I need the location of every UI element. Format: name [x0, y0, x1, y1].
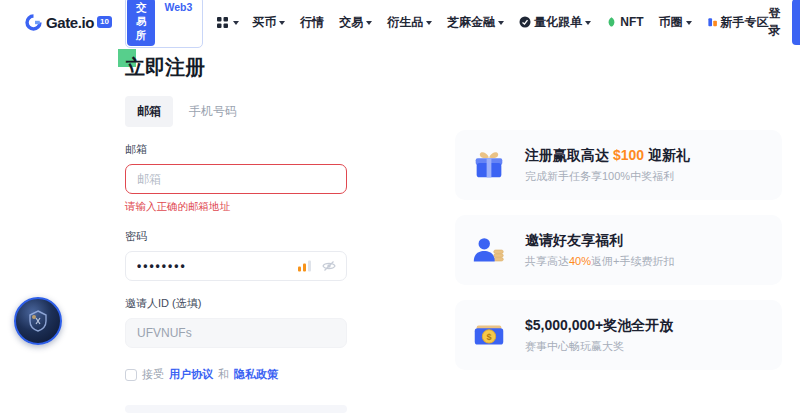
- promo-title: 注册赢取高达 $100 迎新礼: [525, 147, 690, 165]
- caret-down-icon: [585, 21, 591, 28]
- register-page-body: 立即注册 邮箱 手机号码 邮箱 请输入正确的邮箱地址 密码 邀请人ID (选填): [0, 44, 800, 413]
- user-agreement-link[interactable]: 用户协议: [169, 367, 213, 382]
- nav-item-beginner-zone[interactable]: 新手专区: [707, 14, 769, 31]
- and-text: 和: [218, 367, 229, 382]
- gate-logo[interactable]: Gate.io 10: [24, 13, 112, 32]
- promo-title: $5,000,000+奖池全开放: [525, 317, 673, 335]
- caret-down-icon: [366, 21, 372, 28]
- agree-checkbox[interactable]: [125, 369, 137, 381]
- email-label: 邮箱: [125, 142, 347, 157]
- caret-down-icon: [279, 21, 285, 28]
- promo-subtitle: 共享高达40%返佣+手续费折扣: [525, 254, 674, 269]
- tab-phone[interactable]: 手机号码: [189, 103, 237, 120]
- nav-item-nft[interactable]: NFT: [606, 15, 643, 29]
- grid-icon: [216, 16, 229, 29]
- email-error-message: 请输入正确的邮箱地址: [125, 200, 347, 214]
- password-visibility-eye-icon[interactable]: [322, 260, 336, 272]
- promo-card-welcome-gift: 注册赢取高达 $100 迎新礼 完成新手任务享100%中奖福利: [455, 130, 782, 200]
- prize-pool-icon: $: [470, 316, 508, 354]
- beginner-zone-icon: [707, 16, 718, 28]
- gate-logo-icon: [24, 13, 43, 32]
- referral-id-label: 邀请人ID (选填): [125, 296, 347, 311]
- invite-friends-icon: [470, 231, 508, 269]
- promo-subtitle: 赛事中心畅玩赢大奖: [525, 339, 673, 354]
- caret-down-icon: [233, 21, 239, 28]
- promo-title: 邀请好友享福利: [525, 232, 674, 250]
- nav-item-buy-crypto[interactable]: 买币: [252, 14, 285, 31]
- top-navbar: Gate.io 10 交易所 Web3 买币: [0, 0, 800, 44]
- promo-card-prize-pool: $ $5,000,000+奖池全开放 赛事中心畅玩赢大奖: [455, 300, 782, 370]
- floating-widget[interactable]: [14, 297, 62, 345]
- promo-panel: 注册赢取高达 $100 迎新礼 完成新手任务享100%中奖福利 邀请好友享福利: [455, 44, 782, 413]
- password-input[interactable]: [125, 251, 347, 281]
- privacy-policy-link[interactable]: 隐私政策: [234, 367, 278, 382]
- email-input[interactable]: [125, 164, 347, 194]
- tab-email[interactable]: 邮箱: [125, 96, 173, 127]
- nav-item-trade[interactable]: 交易: [339, 14, 372, 31]
- navbar-actions: 登录 注册: [769, 0, 800, 45]
- page-title: 立即注册: [125, 54, 205, 81]
- register-method-tabs: 邮箱 手机号码: [125, 96, 347, 127]
- main-nav: 买币 行情 交易 衍生品 芝麻金融: [252, 14, 768, 31]
- nav-item-copy-trading[interactable]: 量化跟单: [519, 14, 591, 31]
- svg-text:$: $: [486, 332, 491, 342]
- password-strength-indicator: [298, 261, 311, 272]
- referral-id-input[interactable]: [125, 318, 347, 348]
- promo-subtitle: 完成新手任务享100%中奖福利: [525, 169, 690, 184]
- agree-prefix-text: 接受: [142, 367, 164, 382]
- gift-icon: [470, 146, 508, 184]
- caret-down-icon: [498, 21, 504, 28]
- product-toggle: 交易所 Web3: [125, 0, 203, 48]
- toggle-exchange[interactable]: 交易所: [127, 0, 156, 46]
- anniversary-badge: 10: [97, 16, 112, 28]
- promo-card-invite-friends: 邀请好友享福利 共享高达40%返佣+手续费折扣: [455, 215, 782, 285]
- apps-grid-menu[interactable]: [216, 16, 239, 29]
- caret-down-icon: [426, 21, 432, 28]
- nav-item-crypto-circle[interactable]: 币圈: [659, 14, 692, 31]
- brand-name: Gate.io: [46, 14, 94, 31]
- nav-item-derivatives[interactable]: 衍生品: [387, 14, 432, 31]
- toggle-web3[interactable]: Web3: [155, 0, 201, 46]
- widget-emblem-icon: [25, 308, 51, 334]
- password-label: 密码: [125, 229, 347, 244]
- register-button[interactable]: 注册: [792, 0, 800, 45]
- nft-leaf-icon: [606, 16, 617, 28]
- login-link[interactable]: 登录: [769, 5, 782, 39]
- register-form: 立即注册 邮箱 手机号码 邮箱 请输入正确的邮箱地址 密码 邀请人ID (选填): [125, 44, 347, 413]
- nav-item-finance[interactable]: 芝麻金融: [447, 14, 504, 31]
- caret-down-icon: [686, 21, 692, 28]
- terms-agreement-row: 接受 用户协议 和 隐私政策: [125, 367, 347, 382]
- nav-item-markets[interactable]: 行情: [300, 14, 324, 31]
- submit-button-partial[interactable]: [125, 405, 347, 413]
- copy-trading-icon: [519, 16, 531, 28]
